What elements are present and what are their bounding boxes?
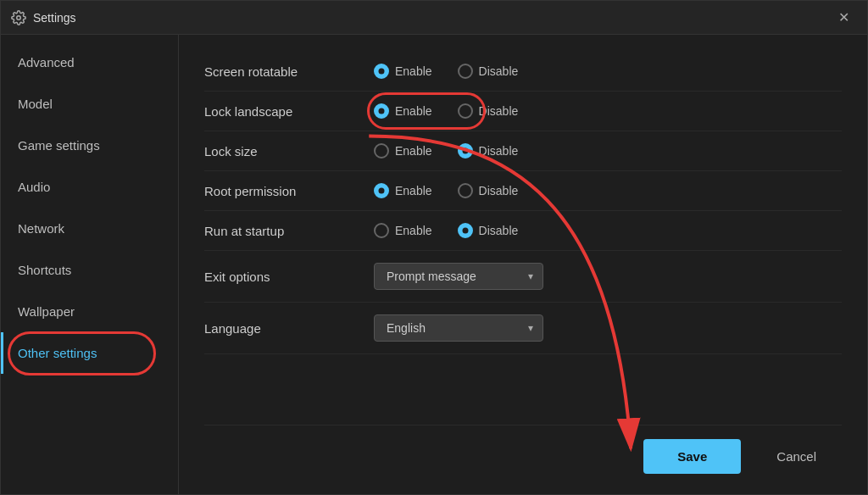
- sidebar-item-other-settings[interactable]: Other settings: [1, 332, 178, 374]
- root-permission-enable-label: Enable: [395, 184, 432, 197]
- main-panel: Screen rotatable Enable Disable: [179, 35, 867, 494]
- screen-rotatable-radio-group: Enable Disable: [374, 64, 518, 79]
- root-permission-enable-radio[interactable]: [374, 183, 389, 198]
- root-permission-disable-radio[interactable]: [458, 183, 473, 198]
- settings-icon: [11, 10, 26, 25]
- lock-size-enable-label: Enable: [395, 144, 432, 158]
- run-at-startup-label: Run at startup: [204, 224, 374, 238]
- footer-buttons: Save Cancel: [204, 425, 842, 477]
- lock-size-radio-group: Enable Disable: [374, 143, 518, 159]
- lock-size-label: Lock size: [204, 144, 374, 159]
- lock-landscape-disable[interactable]: Disable: [458, 103, 519, 119]
- lock-size-disable-radio[interactable]: [458, 143, 473, 159]
- lock-landscape-label: Lock landscape: [204, 104, 374, 119]
- language-select[interactable]: English Chinese Spanish French: [374, 314, 543, 342]
- run-at-startup-disable[interactable]: Disable: [458, 223, 519, 238]
- root-permission-disable[interactable]: Disable: [458, 183, 519, 198]
- root-permission-radio-group: Enable Disable: [374, 183, 518, 198]
- lock-landscape-enable-label: Enable: [395, 104, 432, 118]
- language-select-wrapper: English Chinese Spanish French ▾: [374, 314, 543, 342]
- window-title: Settings: [33, 11, 830, 25]
- run-at-startup-disable-label: Disable: [479, 224, 519, 237]
- lock-size-disable[interactable]: Disable: [458, 143, 519, 159]
- sidebar: Advanced Model Game settings Audio Netwo…: [1, 35, 179, 494]
- exit-options-select[interactable]: Prompt message Exit directly Minimize: [374, 263, 543, 290]
- root-permission-enable[interactable]: Enable: [374, 183, 432, 198]
- sidebar-item-advanced[interactable]: Advanced: [1, 42, 178, 83]
- setting-row-run-at-startup: Run at startup Enable Disable: [204, 211, 842, 251]
- exit-options-select-wrapper: Prompt message Exit directly Minimize ▾: [374, 263, 543, 290]
- close-button[interactable]: ✕: [830, 4, 857, 31]
- screen-rotatable-disable-radio[interactable]: [458, 64, 473, 79]
- setting-row-lock-size: Lock size Enable Disable: [204, 131, 842, 171]
- sidebar-item-shortcuts[interactable]: Shortcuts: [1, 249, 178, 291]
- setting-row-root-permission: Root permission Enable Disable: [204, 171, 842, 211]
- root-permission-label: Root permission: [204, 184, 374, 198]
- setting-row-screen-rotatable: Screen rotatable Enable Disable: [204, 52, 842, 92]
- screen-rotatable-enable-radio[interactable]: [374, 64, 389, 79]
- save-button[interactable]: Save: [643, 439, 741, 474]
- root-permission-disable-label: Disable: [479, 184, 519, 197]
- lock-landscape-enable[interactable]: Enable: [374, 103, 432, 119]
- exit-options-label: Exit options: [204, 270, 374, 284]
- screen-rotatable-disable-label: Disable: [479, 64, 519, 78]
- sidebar-item-audio[interactable]: Audio: [1, 166, 178, 208]
- run-at-startup-enable-label: Enable: [395, 224, 432, 237]
- lock-size-disable-label: Disable: [479, 144, 519, 158]
- run-at-startup-radio-group: Enable Disable: [374, 223, 518, 238]
- sidebar-item-model[interactable]: Model: [1, 83, 178, 125]
- settings-form: Screen rotatable Enable Disable: [204, 52, 842, 418]
- title-bar: Settings ✕: [1, 1, 867, 35]
- lock-landscape-enable-radio[interactable]: [374, 103, 389, 119]
- window-body: Advanced Model Game settings Audio Netwo…: [1, 35, 867, 494]
- screen-rotatable-label: Screen rotatable: [204, 64, 374, 79]
- lock-size-enable-radio[interactable]: [374, 143, 389, 159]
- screen-rotatable-enable-label: Enable: [395, 64, 432, 78]
- language-label: Language: [204, 321, 374, 336]
- run-at-startup-enable-radio[interactable]: [374, 223, 389, 238]
- setting-row-language: Language English Chinese Spanish French …: [204, 303, 842, 354]
- settings-window: Settings ✕ Advanced Model Game settings …: [0, 0, 868, 495]
- lock-landscape-radio-group: Enable Disable: [374, 103, 518, 119]
- svg-point-0: [17, 15, 21, 19]
- lock-landscape-disable-radio[interactable]: [458, 103, 473, 119]
- setting-row-lock-landscape: Lock landscape Enable Disable: [204, 92, 842, 131]
- sidebar-item-wallpaper[interactable]: Wallpaper: [1, 291, 178, 332]
- run-at-startup-enable[interactable]: Enable: [374, 223, 432, 238]
- sidebar-item-network[interactable]: Network: [1, 208, 178, 249]
- setting-row-exit-options: Exit options Prompt message Exit directl…: [204, 251, 842, 303]
- lock-size-enable[interactable]: Enable: [374, 143, 432, 159]
- screen-rotatable-disable[interactable]: Disable: [458, 64, 519, 79]
- lock-landscape-disable-label: Disable: [479, 104, 519, 118]
- run-at-startup-disable-radio[interactable]: [458, 223, 473, 238]
- cancel-button[interactable]: Cancel: [751, 439, 842, 474]
- screen-rotatable-enable[interactable]: Enable: [374, 64, 432, 79]
- sidebar-item-game-settings[interactable]: Game settings: [1, 125, 178, 166]
